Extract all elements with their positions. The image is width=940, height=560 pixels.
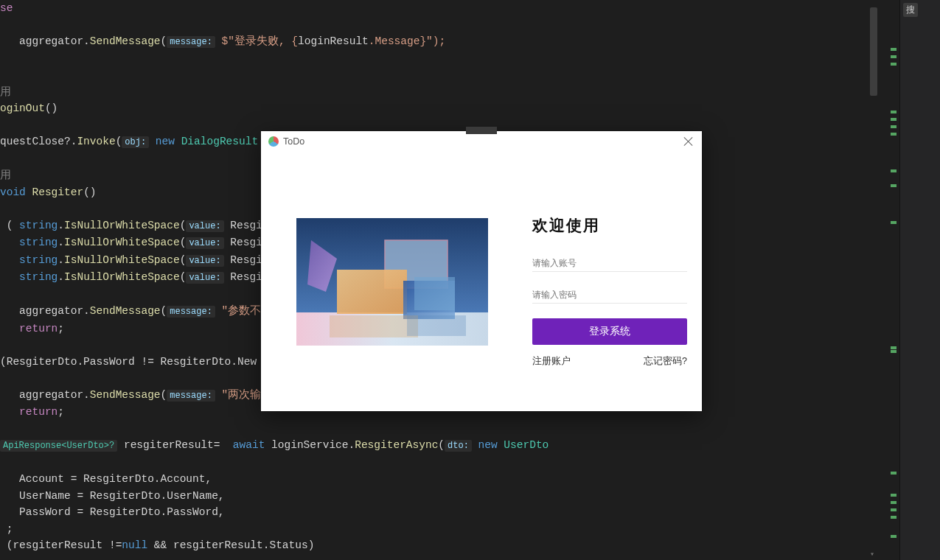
overview-mark[interactable] bbox=[891, 508, 897, 511]
scrollbar-arrow-down-icon[interactable]: ▾ bbox=[868, 550, 877, 559]
overview-mark[interactable] bbox=[891, 55, 897, 58]
overview-ruler[interactable] bbox=[889, 0, 898, 560]
overview-mark[interactable] bbox=[891, 125, 897, 128]
window-drag-handle[interactable] bbox=[466, 127, 497, 134]
dialog-body: 欢迎使用 登录系统 注册账户 忘记密码? bbox=[261, 152, 702, 385]
forgot-password-link[interactable]: 忘记密码? bbox=[644, 355, 687, 368]
right-side-panel: 搜 bbox=[899, 0, 940, 560]
password-input[interactable] bbox=[532, 287, 687, 304]
overview-mark[interactable] bbox=[891, 133, 897, 136]
login-button[interactable]: 登录系统 bbox=[532, 318, 687, 345]
app-icon bbox=[268, 136, 279, 147]
overview-mark[interactable] bbox=[891, 221, 897, 224]
overview-mark[interactable] bbox=[891, 346, 897, 349]
hero-svg bbox=[296, 218, 488, 346]
overview-mark[interactable] bbox=[891, 350, 897, 353]
svg-rect-4 bbox=[337, 270, 407, 314]
account-input[interactable] bbox=[532, 255, 687, 272]
code-token: se bbox=[0, 2, 13, 14]
login-links-row: 注册账户 忘记密码? bbox=[532, 355, 687, 368]
overview-mark[interactable] bbox=[891, 501, 897, 504]
hero-illustration bbox=[296, 218, 488, 346]
login-dialog: ToDo bbox=[261, 131, 702, 411]
dialog-titlebar[interactable]: ToDo bbox=[261, 131, 702, 152]
login-form: 欢迎使用 登录系统 注册账户 忘记密码? bbox=[532, 215, 687, 368]
scrollbar-thumb[interactable] bbox=[870, 7, 877, 96]
overview-mark[interactable] bbox=[891, 169, 897, 172]
overview-mark[interactable] bbox=[891, 516, 897, 519]
svg-rect-6 bbox=[414, 277, 455, 310]
overview-mark[interactable] bbox=[891, 535, 897, 538]
right-panel-toggle[interactable]: 搜 bbox=[903, 3, 918, 17]
overview-mark[interactable] bbox=[891, 184, 897, 187]
overview-mark[interactable] bbox=[891, 48, 897, 51]
register-link[interactable]: 注册账户 bbox=[532, 355, 571, 368]
close-icon[interactable] bbox=[683, 136, 694, 147]
overview-mark[interactable] bbox=[891, 494, 897, 497]
login-heading: 欢迎使用 bbox=[532, 215, 687, 236]
overview-mark[interactable] bbox=[891, 111, 897, 113]
dialog-title: ToDo bbox=[283, 136, 304, 147]
overview-mark[interactable] bbox=[891, 118, 897, 121]
editor-vertical-scrollbar[interactable]: ▾ bbox=[866, 0, 877, 560]
overview-mark[interactable] bbox=[891, 472, 897, 475]
svg-rect-7 bbox=[330, 315, 418, 337]
overview-mark[interactable] bbox=[891, 63, 897, 66]
svg-rect-8 bbox=[407, 315, 466, 336]
